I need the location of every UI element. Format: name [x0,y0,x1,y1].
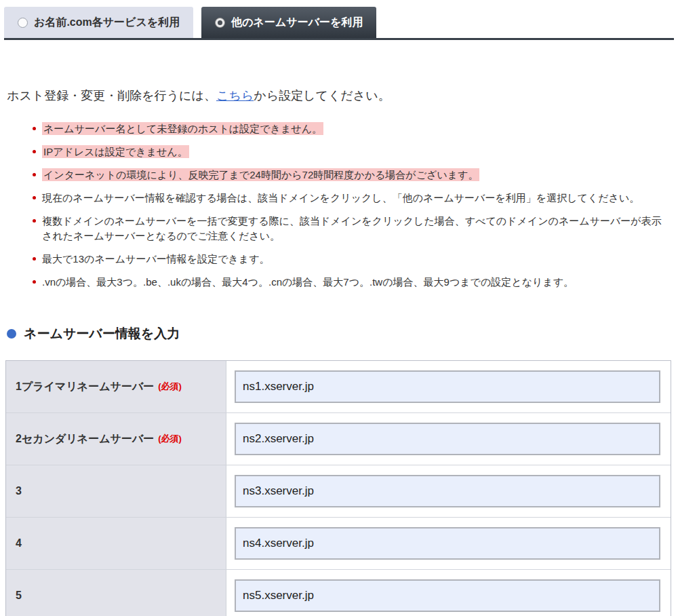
row-label-text: 2セカンダリネームサーバー [16,432,154,446]
nameserver-input-4[interactable] [235,527,660,560]
row-value-cell [226,518,671,569]
required-badge: (必須) [158,433,182,445]
table-row: 1プライマリネームサーバー (必須) [6,361,671,412]
bullet-icon [33,280,36,284]
row-label-text: 4 [16,537,22,550]
note-item: .vnの場合、最大3つ。.be、.ukの場合、最大4つ。.cnの場合、最大7つ。… [33,275,669,290]
note-text: インターネットの環境により、反映完了まで24時間から72時間程度かかる場合がござ… [42,168,479,181]
row-value-cell [226,570,671,616]
intro-text-before: ホスト登録・変更・削除を行うには、 [7,89,216,102]
row-label-text: 1プライマリネームサーバー [16,380,154,394]
bullet-icon [33,127,36,130]
table-row: 2セカンダリネームサーバー (必須) [6,412,671,465]
note-text: 現在のネームサーバー情報を確認する場合は、該当ドメインをクリックし、「他のネーム… [42,192,639,204]
row-value-cell [226,465,671,517]
note-item: 現在のネームサーバー情報を確認する場合は、該当ドメインをクリックし、「他のネーム… [33,191,669,206]
notes-list: ネームサーバー名として未登録のホストは設定できません。 IPアドレスは設定できま… [0,121,678,290]
row-label-4: 4 [6,518,226,569]
bullet-icon [33,150,36,153]
table-row: 3 [6,465,671,517]
nameserver-mode-tabs: お名前.com各サービスを利用 他のネームサーバーを利用 [4,0,674,40]
table-row: 5 [6,569,671,616]
radio-unselected-icon [18,18,28,28]
nameserver-input-5[interactable] [235,579,660,612]
note-text: ネームサーバー名として未登録のホストは設定できません。 [42,122,323,135]
intro-text-after: から設定してください。 [254,89,390,102]
row-label-secondary: 2セカンダリネームサーバー (必須) [6,413,226,465]
bullet-icon [33,196,36,199]
tab-onamae-services[interactable]: お名前.com各サービスを利用 [4,7,193,38]
row-label-text: 5 [16,590,22,602]
table-row: 4 [6,517,671,569]
section-heading: ネームサーバー情報を入力 [7,325,678,343]
tab-onamae-services-label: お名前.com各サービスを利用 [34,15,180,30]
host-settings-intro: ホスト登録・変更・削除を行うには、こちらから設定してください。 [7,88,678,104]
nameserver-table: 1プライマリネームサーバー (必須) 2セカンダリネームサーバー (必須) 3 … [5,360,671,616]
row-label-5: 5 [6,570,226,616]
bullet-icon [33,257,36,261]
note-item: 複数ドメインのネームサーバーを一括で変更する際に、該当ドメインをクリックした場合… [33,214,669,244]
row-label-text: 3 [16,485,22,497]
bullet-icon [33,173,36,176]
tab-other-nameservers-label: 他のネームサーバーを利用 [231,15,363,30]
row-label-primary: 1プライマリネームサーバー (必須) [6,361,226,412]
row-value-cell [226,361,671,412]
note-text: .vnの場合、最大3つ。.be、.ukの場合、最大4つ。.cnの場合、最大7つ。… [42,276,574,288]
required-badge: (必須) [158,381,182,393]
nameserver-input-1[interactable] [235,370,660,403]
row-label-3: 3 [6,465,226,517]
tab-other-nameservers[interactable]: 他のネームサーバーを利用 [201,7,376,38]
blue-dot-icon [7,329,16,339]
kochira-link[interactable]: こちら [216,89,254,102]
note-text: IPアドレスは設定できません。 [42,145,189,158]
nameserver-input-3[interactable] [235,475,660,507]
note-item: インターネットの環境により、反映完了まで24時間から72時間程度かかる場合がござ… [33,168,669,182]
note-item: IPアドレスは設定できません。 [33,145,669,159]
section-title: ネームサーバー情報を入力 [24,325,180,343]
radio-selected-icon [215,18,225,28]
note-item: 最大で13のネームサーバー情報を設定できます。 [33,252,669,267]
note-text: 最大で13のネームサーバー情報を設定できます。 [42,253,270,265]
bullet-icon [33,219,36,223]
nameserver-input-2[interactable] [235,423,660,455]
row-value-cell [226,413,671,465]
note-text: 複数ドメインのネームサーバーを一括で変更する際に、該当ドメインをクリックした場合… [42,215,662,242]
note-item: ネームサーバー名として未登録のホストは設定できません。 [33,121,669,136]
